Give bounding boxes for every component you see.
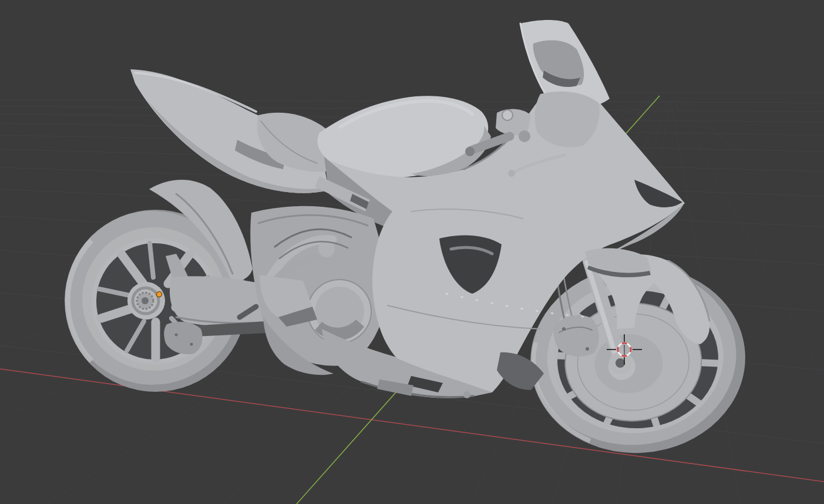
object-origin-point[interactable] [157, 292, 162, 297]
lever-ball [508, 170, 515, 177]
viewport-3d[interactable] [0, 0, 824, 504]
reservoir-cap [502, 110, 513, 120]
switchgear [519, 130, 530, 142]
bar-end [465, 147, 475, 156]
